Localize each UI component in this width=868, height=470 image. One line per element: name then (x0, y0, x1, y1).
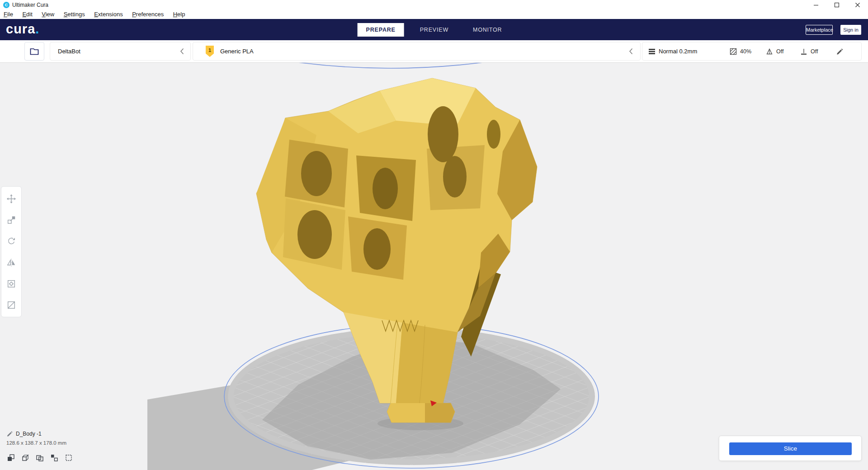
open-file-button[interactable] (24, 42, 44, 61)
move-tool-button[interactable] (1, 188, 21, 209)
build-volume-top-arc (270, 63, 499, 68)
scale-icon (6, 215, 16, 225)
menubar: File Edit View Settings Extensions Prefe… (0, 10, 868, 19)
rotate-icon (6, 236, 16, 246)
maximize-icon (834, 2, 840, 8)
infill-group: 40% (729, 42, 751, 60)
adhesion-value: Off (811, 48, 818, 55)
stage-tabs: PREPARE PREVIEW MONITOR (358, 23, 511, 37)
menu-preferences[interactable]: Preferences (128, 10, 167, 19)
scale-tool-button[interactable] (1, 209, 21, 230)
material-selector[interactable]: 1 Generic PLA (193, 42, 641, 61)
menu-file[interactable]: File (0, 10, 17, 19)
minimize-button[interactable] (806, 0, 826, 10)
cube-dashed-icon (65, 454, 73, 462)
tab-prepare[interactable]: PREPARE (358, 23, 404, 37)
selected-model-info: D_Body -1 128.6 x 138.7 x 178.0 mm (6, 430, 66, 446)
adhesion-icon (800, 47, 808, 56)
cura-logo: cura. (6, 19, 39, 40)
chevron-left-icon (629, 48, 633, 55)
close-icon (855, 2, 860, 8)
model-tools-row (6, 453, 73, 462)
slice-button[interactable]: Slice (729, 442, 852, 455)
open-folder-icon (29, 47, 39, 56)
per-model-settings-button[interactable] (1, 273, 21, 294)
printer-name: DeltaBot (58, 42, 80, 60)
rotate-tool-button[interactable] (1, 230, 21, 252)
marketplace-button[interactable]: Marketplace (806, 25, 833, 35)
edit-pencil-icon (836, 47, 844, 55)
left-tool-panel (1, 186, 22, 317)
extruder-badge: 1 (206, 46, 214, 57)
main-header: cura. PREPARE PREVIEW MONITOR Marketplac… (0, 19, 868, 40)
mirror-tool-button[interactable] (1, 252, 21, 273)
center-model-button[interactable] (21, 453, 30, 462)
cube-3d-icon (21, 454, 29, 462)
adhesion-group: Off (800, 42, 818, 60)
support-value: Off (776, 48, 783, 55)
merge-models-button[interactable] (64, 453, 73, 462)
multiply-model-button[interactable] (6, 453, 15, 462)
group-models-button[interactable] (50, 453, 59, 462)
configuration-bar: DeltaBot 1 Generic PLA Normal 0.2mm 40% (0, 40, 868, 63)
viewport-3d[interactable] (0, 63, 868, 470)
model-dimensions-label: 128.6 x 138.7 x 178.0 mm (6, 440, 66, 446)
menu-help[interactable]: Help (170, 10, 189, 19)
edit-pencil-icon[interactable] (6, 430, 13, 437)
printer-selector[interactable]: DeltaBot (50, 42, 191, 61)
menu-view[interactable]: View (38, 10, 58, 19)
menu-settings[interactable]: Settings (60, 10, 89, 19)
cube-stack-icon (7, 454, 15, 462)
edit-settings-button[interactable] (836, 42, 844, 60)
menu-extensions[interactable]: Extensions (90, 10, 127, 19)
model-name-label: D_Body -1 (16, 431, 42, 437)
print-settings-selector[interactable]: Normal 0.2mm 40% Off Off (642, 42, 862, 61)
infill-grid-icon (729, 47, 737, 56)
cube-overlap-icon (36, 454, 44, 462)
window-title: Ultimaker Cura (12, 0, 48, 10)
build-scene (0, 63, 868, 470)
minimize-icon (813, 2, 819, 8)
profile-group: Normal 0.2mm (648, 42, 697, 60)
cura-app-icon: C (3, 2, 9, 8)
sign-in-button[interactable]: Sign in (840, 25, 861, 35)
action-panel: Slice (719, 436, 862, 461)
move-icon (6, 194, 16, 204)
tab-monitor[interactable]: MONITOR (464, 23, 510, 37)
infill-value: 40% (740, 48, 751, 55)
chevron-left-icon (180, 48, 184, 55)
profile-layers-icon (648, 47, 656, 56)
menu-edit[interactable]: Edit (19, 10, 36, 19)
support-group: Off (765, 42, 783, 60)
support-icon (765, 47, 774, 56)
per-model-settings-icon (6, 279, 16, 289)
support-blocker-icon (6, 300, 16, 310)
profile-value: Normal 0.2mm (659, 48, 697, 55)
window-controls (806, 0, 868, 10)
mirror-icon (6, 258, 16, 268)
logo-dot: . (35, 22, 39, 36)
titlebar: C Ultimaker Cura (0, 0, 868, 10)
support-blocker-button[interactable] (1, 294, 21, 315)
cube-pair-icon (50, 454, 58, 462)
material-name: Generic PLA (220, 42, 254, 60)
arrange-models-button[interactable] (35, 453, 44, 462)
close-button[interactable] (847, 0, 868, 10)
maximize-button[interactable] (826, 0, 847, 10)
tab-preview[interactable]: PREVIEW (411, 23, 457, 37)
